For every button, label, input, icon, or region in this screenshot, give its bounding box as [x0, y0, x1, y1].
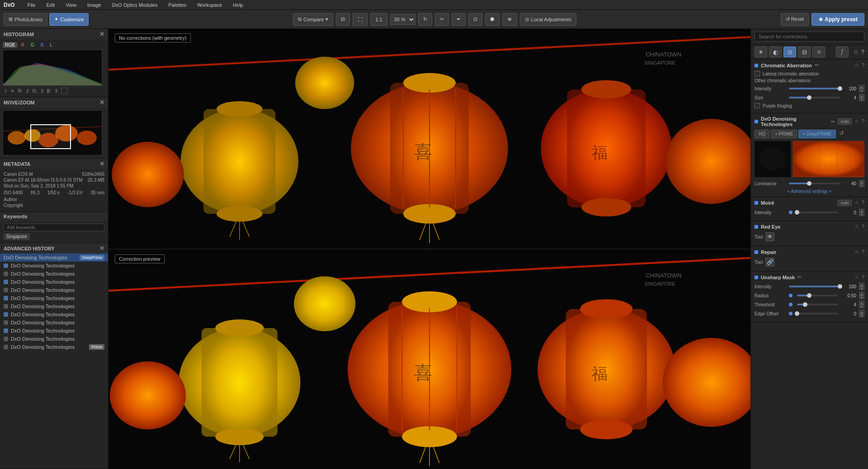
luminance-track[interactable] [789, 183, 840, 184]
tab-crop-icon[interactable]: ⌗ [812, 47, 825, 57]
photolibrary-btn[interactable]: ⊞ PhotoLibrary [4, 13, 47, 26]
hist-tab-b[interactable]: B [38, 42, 46, 48]
unsharp-radius-track[interactable] [797, 295, 838, 296]
ca-intensity-thumb[interactable] [838, 86, 842, 91]
ca-intensity-down[interactable]: ▼ [859, 89, 864, 92]
unsharp-edit-icon[interactable]: ✏ [797, 274, 802, 280]
menu-help[interactable]: Help [231, 1, 245, 9]
moire-intensity-thumb[interactable] [795, 210, 799, 215]
tab-detail-icon[interactable]: ⊙ [783, 47, 796, 57]
ca-size-up[interactable]: ▲ [859, 94, 864, 98]
luminance-thumb[interactable] [807, 181, 811, 186]
denoise-refresh-icon[interactable]: ↺ [839, 130, 844, 138]
history-close[interactable]: ✕ [99, 245, 104, 252]
star-icon-ca[interactable]: ☆ [854, 62, 859, 68]
fullscreen-btn[interactable]: ⛶ [353, 13, 368, 26]
history-item[interactable]: DxO Denoising Technologies [0, 262, 108, 270]
menu-file[interactable]: File [26, 1, 38, 9]
edge-offset-thumb[interactable] [795, 311, 799, 316]
history-item[interactable]: DxO Denoising Technologies [0, 278, 108, 286]
menu-workspace[interactable]: Workspace [195, 1, 224, 9]
histogram-header[interactable]: HISTOGRAM ✕ [0, 29, 108, 39]
crop-btn[interactable]: ✂ [435, 13, 449, 26]
menu-palettes[interactable]: Palettes [167, 1, 189, 9]
unsharp-threshold-up[interactable]: ▲ [859, 301, 864, 305]
history-item[interactable]: DxO Denoising Technologies [0, 310, 108, 319]
unsharp-threshold-thumb[interactable] [803, 302, 807, 307]
unsharp-intensity-track[interactable] [789, 286, 840, 287]
unsharp-intensity-thumb[interactable] [838, 284, 842, 289]
star-icon-moire[interactable]: ☆ [854, 200, 859, 206]
denoise-edit-icon[interactable]: ✏ [831, 119, 835, 125]
unsharp-threshold-down[interactable]: ▼ [859, 305, 864, 308]
moire-intensity-track[interactable] [797, 211, 838, 213]
bottom-image-bg[interactable]: 喜 福 CHINATOWN SINGAPORE [108, 250, 750, 469]
purple-fringing-checkbox[interactable] [755, 103, 760, 108]
split-view-btn[interactable]: ⊟ [336, 13, 350, 26]
metadata-close[interactable]: ✕ [99, 160, 104, 167]
apply-preset-btn[interactable]: ★ Apply preset [811, 13, 864, 26]
hist-tab-g[interactable]: G [28, 42, 37, 48]
luminance-up[interactable]: ▲ [859, 180, 864, 183]
edge-offset-track[interactable] [797, 313, 838, 314]
movezoom-close[interactable]: ✕ [99, 99, 104, 106]
unsharp-intensity-up[interactable]: ▲ [859, 283, 864, 286]
help-icon-dn[interactable]: ? [862, 118, 864, 125]
rotate-btn[interactable]: ↻ [418, 13, 432, 26]
keyword-input[interactable] [4, 224, 104, 231]
luminance-down[interactable]: ▼ [859, 183, 864, 187]
ca-size-thumb[interactable] [807, 95, 811, 100]
history-item[interactable]: DxO Denoising Technologies [0, 335, 108, 343]
fit-btn[interactable]: 1:1 [370, 13, 387, 26]
hist-tab-r[interactable]: R [19, 42, 27, 48]
unsharp-intensity-down[interactable]: ▼ [859, 286, 864, 290]
tab-light-icon[interactable]: ☀ [755, 47, 767, 57]
unsharp-threshold-track[interactable] [797, 304, 838, 305]
mask-btn[interactable]: ⬟ [485, 13, 500, 26]
history-item[interactable]: DxO Denoising Technologies [0, 270, 108, 278]
hist-tab-l[interactable]: L [47, 42, 55, 48]
customize-btn[interactable]: ✦ Customize [49, 13, 89, 26]
moire-up[interactable]: ▲ [859, 209, 864, 212]
denoise-deepprime-btn[interactable]: + DeepPRIME [798, 130, 835, 138]
moire-down[interactable]: ▼ [859, 212, 864, 216]
edit-icon[interactable]: ✏ [815, 62, 819, 68]
reset-btn[interactable]: ↺ Reset [781, 13, 809, 26]
menu-dxo-optics[interactable]: DxO Optics Modules [110, 1, 160, 9]
ca-intensity-up[interactable]: ▲ [859, 85, 864, 89]
keywords-header[interactable]: Keywords [0, 212, 108, 221]
ca-size-down[interactable]: ▼ [859, 98, 864, 101]
unsharp-radius-up[interactable]: ▲ [859, 292, 864, 295]
movezoom-header[interactable]: MOVE/ZOOM ✕ [0, 97, 108, 108]
history-header[interactable]: ADVANCED HISTORY ✕ [0, 243, 108, 253]
eyedropper-btn[interactable]: ✒ [452, 13, 466, 26]
eye-btn[interactable]: 👁 [502, 13, 517, 26]
denoise-prime-btn[interactable]: + PRIME [771, 130, 797, 138]
star-icon-redeye[interactable]: ☆ [854, 224, 859, 230]
panel-star-icon[interactable]: ☆ [853, 48, 859, 56]
ca-intensity-track[interactable] [789, 88, 840, 89]
tab-fx-icon[interactable]: ƒ [836, 47, 849, 57]
history-item[interactable]: DxO Denoising Technologies [0, 286, 108, 294]
help-icon-repair[interactable]: ? [862, 249, 864, 255]
hist-tab-rgb[interactable]: RGB [3, 42, 17, 48]
compare-btn[interactable]: ⧉ Compare ▾ [293, 13, 333, 26]
menu-edit[interactable]: Edit [44, 1, 57, 9]
menu-image[interactable]: Image [85, 1, 103, 9]
panel-info-icon[interactable]: ? [861, 48, 864, 56]
red-eye-tool-btn[interactable]: 👁 [765, 232, 774, 241]
star-icon-dn[interactable]: ☆ [854, 118, 859, 125]
search-corrections-input[interactable] [755, 32, 864, 42]
star-icon-repair[interactable]: ☆ [854, 249, 859, 255]
local-adjustments-btn[interactable]: ◎ Local Adjustments [520, 13, 576, 26]
top-image-bg[interactable]: 喜 福 CHINATOWN SINGAPORE [108, 29, 750, 248]
tab-geometry-icon[interactable]: ⊟ [798, 47, 811, 57]
history-item[interactable]: DxO Denoising Technologies [0, 319, 108, 327]
wb-btn[interactable]: ⊡ [468, 13, 482, 26]
menu-view[interactable]: View [64, 1, 78, 9]
metadata-header[interactable]: METADATA ✕ [0, 159, 108, 169]
repair-tool-btn[interactable]: 🔗 [765, 258, 774, 267]
ca-size-track[interactable] [789, 97, 840, 98]
history-item[interactable]: DxO Denoising Technologies [0, 294, 108, 302]
unsharp-radius-thumb[interactable] [807, 293, 811, 298]
